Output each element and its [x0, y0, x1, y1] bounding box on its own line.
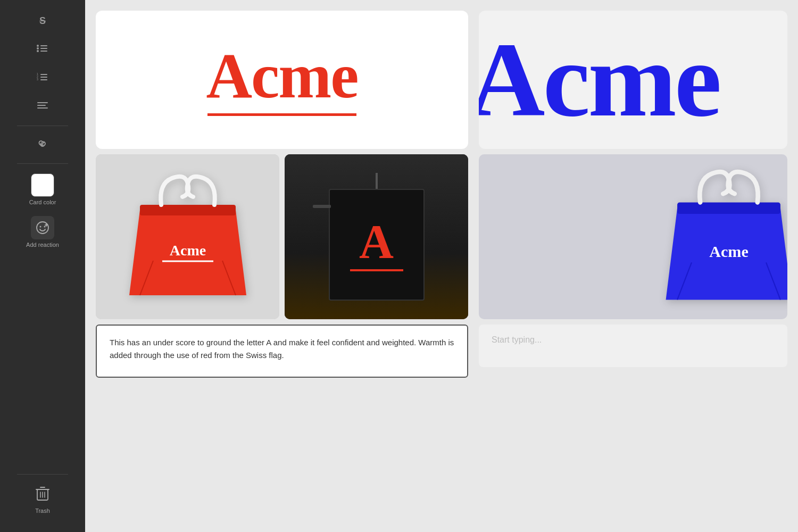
- card-left: Acme: [96, 11, 468, 521]
- description-text: This has an under score to ground the le…: [110, 336, 454, 362]
- add-reaction-label: Add reaction: [26, 242, 59, 248]
- add-reaction-icon: [31, 216, 54, 239]
- svg-rect-25: [140, 205, 236, 215]
- card-color-button[interactable]: Card color: [0, 169, 85, 210]
- bullet-list-button[interactable]: [31, 38, 54, 61]
- red-bag-svg: Acme: [124, 168, 252, 306]
- align-icon: [37, 102, 48, 113]
- sign-underline: [350, 269, 403, 271]
- blue-bag-section: Acme: [479, 154, 787, 319]
- card-right: Acme Acme Start typing...: [479, 11, 787, 521]
- svg-rect-1: [40, 45, 47, 46]
- red-bag-image: Acme: [96, 154, 279, 319]
- numbered-list-icon: 1 2 3: [37, 72, 48, 85]
- images-row-left: Acme: [96, 154, 468, 319]
- link-icon: [37, 138, 48, 152]
- sidebar-tools: S 1 2 3: [0, 5, 85, 471]
- svg-rect-5: [40, 51, 47, 52]
- trash-label: Trash: [35, 508, 50, 514]
- description-box[interactable]: This has an under score to ground the le…: [96, 325, 468, 378]
- svg-point-15: [37, 222, 48, 234]
- start-typing-placeholder: Start typing...: [492, 335, 542, 344]
- svg-rect-31: [677, 202, 780, 214]
- link-button[interactable]: [31, 133, 54, 156]
- sign-letter-a: A: [359, 218, 394, 266]
- svg-rect-3: [40, 48, 47, 49]
- acme-logo-blue: Acme: [479, 27, 720, 133]
- acme-text-red: Acme: [206, 44, 358, 108]
- card-color-label: Card color: [29, 199, 56, 205]
- blue-bag-svg: Acme: [660, 162, 787, 311]
- logo-section-red: Acme: [96, 11, 468, 149]
- svg-point-4: [37, 50, 39, 52]
- svg-rect-9: [40, 77, 47, 78]
- card-color-swatch: [31, 173, 54, 197]
- start-typing-box[interactable]: Start typing...: [479, 325, 787, 367]
- svg-text:Acme: Acme: [169, 242, 205, 259]
- dark-sign-image: A: [285, 154, 468, 319]
- trash-button[interactable]: Trash: [0, 478, 85, 518]
- svg-text:Acme: Acme: [709, 243, 749, 261]
- svg-point-17: [44, 226, 46, 228]
- sidebar-bottom: Trash: [0, 471, 85, 527]
- align-button[interactable]: [31, 95, 54, 119]
- svg-rect-12: [37, 102, 48, 103]
- svg-point-2: [37, 47, 39, 49]
- acme-logo-red: Acme: [206, 44, 358, 116]
- svg-rect-13: [37, 105, 46, 106]
- strikethrough-icon: S: [39, 15, 46, 27]
- svg-rect-11: [40, 79, 47, 80]
- bullet-list-icon: [37, 44, 48, 56]
- acme-underline-red: [207, 113, 356, 116]
- logo-section-blue: Acme: [479, 11, 787, 149]
- strikethrough-button[interactable]: S: [31, 9, 54, 32]
- svg-text:3: 3: [37, 78, 38, 81]
- numbered-list-button[interactable]: 1 2 3: [31, 66, 54, 90]
- svg-rect-7: [40, 74, 47, 75]
- svg-rect-14: [37, 107, 48, 109]
- sidebar: S 1 2 3: [0, 0, 85, 532]
- svg-point-0: [37, 45, 39, 47]
- svg-point-16: [40, 226, 41, 228]
- trash-icon: [31, 482, 54, 505]
- add-reaction-button[interactable]: Add reaction: [0, 212, 85, 252]
- main-content: Acme: [85, 0, 798, 532]
